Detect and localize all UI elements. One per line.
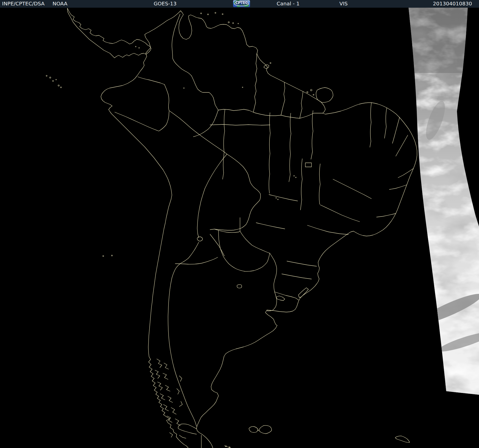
falkland-east bbox=[259, 425, 272, 434]
south-america-coast bbox=[101, 11, 417, 448]
inland-marks bbox=[278, 199, 278, 200]
border-bolivia-brazil bbox=[214, 154, 261, 230]
dark-sea-top bbox=[400, 8, 479, 73]
state-minas-espiritosanto bbox=[320, 205, 360, 222]
inland-marks bbox=[242, 87, 243, 88]
satellite-image-page: INPE/CPTEC/DSA NOAA GOES-13 CPTEC Canal … bbox=[0, 0, 479, 448]
galapagos bbox=[56, 79, 57, 80]
juan-fernandez-islands bbox=[111, 255, 112, 256]
caribbean-islands bbox=[215, 12, 216, 13]
galapagos bbox=[60, 87, 61, 88]
caribbean-islands bbox=[238, 23, 239, 24]
state-maranhao-piaui bbox=[311, 111, 313, 159]
state-goias-minas bbox=[319, 164, 320, 204]
border-argentina-brazil bbox=[267, 253, 277, 311]
border-bolivia-paraguay bbox=[210, 229, 240, 232]
border-peru-bolivia bbox=[197, 154, 227, 238]
state-tocantins-maranhao bbox=[289, 113, 291, 182]
juan-fernandez-islands bbox=[103, 255, 104, 257]
border-pilcomayo bbox=[210, 234, 224, 256]
state-parana-santacatarina bbox=[287, 261, 317, 266]
border-chile-argentina bbox=[168, 242, 199, 426]
cptec-logo: CPTEC bbox=[233, 0, 250, 7]
border-suriname-frenchguiana bbox=[300, 91, 303, 118]
caribbean-islands bbox=[270, 62, 271, 63]
caribbean-islands bbox=[228, 22, 230, 23]
marajo-island bbox=[316, 88, 333, 102]
border-brazil-uruguay bbox=[275, 292, 299, 300]
sunlit-terminator-band bbox=[400, 8, 479, 448]
border-venezuela-brazil bbox=[218, 109, 255, 113]
band-label: VIS bbox=[339, 0, 348, 8]
islet-dots bbox=[46, 12, 314, 448]
border-ecuador-peru bbox=[115, 111, 169, 131]
border-bolivia-argentina bbox=[175, 257, 218, 264]
south-coast-islets bbox=[258, 430, 259, 431]
inland-marks bbox=[276, 198, 277, 198]
south-coast-islets bbox=[229, 447, 230, 448]
state-amazonas-south bbox=[210, 124, 270, 125]
lake-titicaca bbox=[197, 237, 203, 241]
falkland-west bbox=[249, 426, 258, 432]
state-ceara-rn bbox=[384, 108, 387, 138]
state-goias-west bbox=[300, 159, 302, 210]
amazon-delta-islets bbox=[313, 94, 314, 95]
border-paraguay-brazil bbox=[240, 218, 270, 253]
state-santacatarina-rs bbox=[282, 274, 311, 279]
border-paraguay-argentina bbox=[218, 230, 270, 271]
magellan-strait bbox=[178, 424, 196, 434]
border-colombia-brazil bbox=[193, 110, 218, 137]
image-header-bar: INPE/CPTEC/DSA NOAA GOES-13 CPTEC Canal … bbox=[0, 0, 479, 8]
south-georgia-island bbox=[395, 436, 410, 442]
distrito-federal bbox=[305, 163, 311, 167]
panama-islets bbox=[136, 46, 136, 47]
central-america-coast bbox=[67, 8, 151, 58]
channel-label: Canal - 1 bbox=[277, 0, 299, 8]
caribbean-islands bbox=[201, 13, 202, 14]
lagoa-mirim bbox=[276, 296, 285, 301]
border-colombia-peru bbox=[164, 84, 169, 111]
caribbean-islands bbox=[233, 23, 234, 24]
agency-label: INPE/CPTEC/DSA bbox=[2, 0, 45, 8]
caribbean-islands bbox=[207, 14, 209, 15]
state-piaui-ceara bbox=[370, 103, 371, 147]
noaa-label: NOAA bbox=[53, 0, 67, 8]
galapagos bbox=[50, 77, 51, 78]
galapagos bbox=[53, 80, 54, 81]
border-venezuela-guyana bbox=[253, 54, 257, 113]
border-colombia-ecuador bbox=[138, 77, 164, 84]
state-alagoas-sergipe bbox=[389, 185, 407, 189]
goes13-visible-map bbox=[0, 8, 479, 448]
inland-marks bbox=[296, 177, 296, 178]
state-rn-paraiba bbox=[392, 117, 400, 143]
cloud-texture-white bbox=[400, 8, 479, 448]
timestamp-label: 201304010830 bbox=[433, 0, 472, 8]
logo-text: CPTEC bbox=[233, 1, 250, 5]
amazon-delta-islets bbox=[310, 89, 312, 91]
galapagos bbox=[46, 75, 47, 76]
state-para-tocantins bbox=[269, 113, 270, 193]
state-paraiba-pernambuco bbox=[396, 135, 408, 156]
galapagos bbox=[58, 85, 59, 86]
inland-marks bbox=[294, 176, 295, 176]
border-peru-brazil bbox=[169, 111, 227, 154]
state-matogrosso-ms bbox=[269, 195, 298, 201]
inland-marks bbox=[184, 88, 184, 89]
trinidad-island bbox=[264, 65, 269, 69]
panama-islets bbox=[139, 48, 140, 48]
caribbean-islands bbox=[222, 14, 223, 15]
state-bahia-minas bbox=[333, 179, 371, 199]
coastline-overlay bbox=[67, 8, 417, 448]
state-minas-rio bbox=[307, 225, 348, 234]
state-ms-saopaulo bbox=[256, 223, 285, 229]
state-amazonas-para bbox=[223, 110, 225, 179]
state-pernambuco-alagoas bbox=[398, 168, 413, 178]
state-sergipe-bahia bbox=[377, 214, 396, 217]
amazon-delta-islets bbox=[307, 92, 308, 93]
satellite-label: GOES-13 bbox=[154, 0, 176, 8]
border-guyana-suriname bbox=[281, 82, 285, 115]
lake-mar-chiquita bbox=[237, 285, 242, 288]
